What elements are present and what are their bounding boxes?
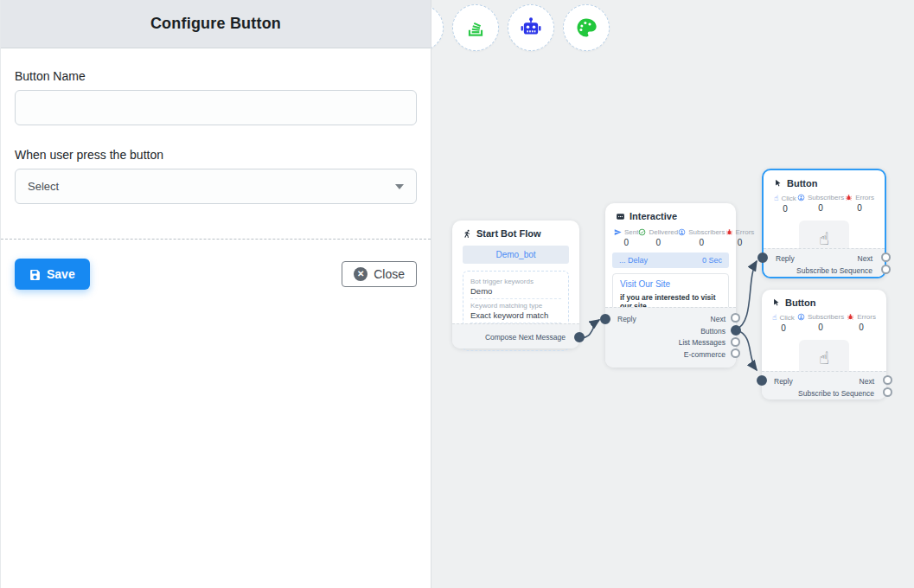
configure-button-panel: Configure Button Button Name When user p… (0, 0, 431, 588)
subscribers-icon (797, 194, 805, 201)
list-messages-label: List Messages (679, 338, 725, 347)
message-title: Visit Our Site (620, 279, 721, 289)
port-subscribe[interactable] (881, 265, 891, 274)
close-icon: ✕ (354, 267, 368, 281)
port-compose-next-message[interactable] (574, 332, 585, 342)
port-buttons[interactable] (731, 325, 741, 336)
port-next[interactable] (883, 375, 892, 385)
node-interactive[interactable]: Interactive Sent 0 Delivered 0 (605, 203, 736, 368)
robot-icon (519, 16, 543, 40)
node-title: Start Bot Flow (476, 228, 541, 239)
field-trigger-keywords: Bot trigger keywords Demo (470, 275, 561, 299)
toolbar-button-stack[interactable] (452, 4, 499, 51)
interactive-stats: Sent 0 Delivered 0 Subscribers (605, 225, 736, 247)
stat-subscribers: Subscribers 0 (678, 228, 725, 247)
stat-errors: Errors 0 (725, 228, 755, 247)
node-title: Button (785, 297, 815, 308)
click-icon: ☝ (774, 194, 778, 202)
ecommerce-label: E-commerce (684, 350, 725, 359)
button-name-input[interactable] (15, 90, 417, 125)
next-label: Next (858, 254, 872, 263)
next-label: Next (711, 315, 725, 323)
port-next[interactable] (881, 252, 891, 262)
bug-icon (725, 228, 733, 236)
toolbar-button-theme[interactable] (563, 4, 610, 51)
buttons-label: Buttons (700, 327, 725, 336)
bug-icon (847, 313, 854, 321)
subscribe-label: Subscribe to Sequence (796, 266, 872, 275)
reply-label: Reply (617, 315, 636, 323)
field-matching-type: Keyword matching type Exact keyword matc… (470, 299, 561, 323)
toolbar-button-bot[interactable] (508, 4, 554, 51)
close-button[interactable]: ✕ Close (342, 261, 417, 287)
subscribers-icon (797, 313, 805, 321)
page-title: Configure Button (150, 15, 281, 33)
port-ecommerce[interactable] (731, 348, 740, 358)
panel-body: Button Name When user press the button S… (1, 48, 431, 290)
divider (1, 239, 431, 240)
stat-errors: Errors 0 (845, 194, 874, 214)
click-icon: ☝ (772, 313, 777, 322)
compose-next-message-label: Compose Next Message (485, 333, 566, 342)
panel-header: Configure Button (1, 0, 431, 48)
chevron-down-icon (395, 184, 404, 189)
port-next[interactable] (731, 313, 740, 323)
reply-label: Reply (774, 377, 793, 386)
stat-click: ☝Click 0 (774, 194, 796, 214)
button-stats: ☝Click 0 Subscribers 0 Errors 0 (762, 311, 886, 333)
next-label: Next (860, 377, 874, 386)
toolbar-button-partial[interactable] (431, 4, 444, 51)
palette-icon (574, 16, 598, 40)
stat-errors: Errors 0 (847, 313, 876, 333)
node-button-top[interactable]: Button ☝Click 0 Subscribers 0 Errors (762, 169, 886, 278)
button-name-label: Button Name (15, 69, 417, 83)
reply-label: Reply (776, 254, 795, 263)
stat-click: ☝Click 0 (772, 313, 795, 333)
stat-sent: Sent 0 (614, 228, 638, 247)
node-start-bot-flow[interactable]: Start Bot Flow Demo_bot Bot trigger keyw… (452, 220, 579, 348)
node-button-bottom[interactable]: Button ☝Click 0 Subscribers 0 Errors (762, 290, 886, 399)
delay-row[interactable]: ... Delay 0 Sec (612, 252, 729, 268)
port-reply-in[interactable] (757, 375, 767, 386)
cursor-icon (772, 298, 781, 307)
flow-builder-app: Configure Button Button Name When user p… (0, 0, 914, 588)
cursor-icon (774, 179, 783, 188)
stat-subscribers: Subscribers 0 (797, 194, 844, 214)
stat-delivered: Delivered 0 (638, 228, 678, 247)
delay-label: ... Delay (619, 256, 648, 265)
bug-icon (845, 194, 853, 201)
stack-icon (464, 16, 487, 39)
interactive-icon (616, 212, 625, 221)
port-reply-in[interactable] (757, 252, 768, 263)
save-button[interactable]: Save (15, 259, 90, 290)
button-action-select[interactable]: Select (15, 169, 417, 204)
flow-canvas[interactable]: Start Bot Flow Demo_bot Bot trigger keyw… (431, 0, 914, 588)
press-button-label: When user press the button (15, 148, 417, 162)
subscribe-label: Subscribe to Sequence (798, 389, 874, 398)
button-stats: ☝Click 0 Subscribers 0 Errors 0 (764, 192, 885, 214)
port-list-messages[interactable] (731, 337, 740, 347)
send-icon (614, 228, 622, 236)
node-title: Interactive (630, 211, 677, 221)
bot-name-chip[interactable]: Demo_bot (463, 246, 569, 264)
port-reply-in[interactable] (600, 314, 610, 324)
node-title: Button (787, 178, 817, 189)
subscribers-icon (678, 228, 686, 236)
save-icon (29, 269, 41, 280)
panel-actions: Save ✕ Close (15, 259, 417, 290)
runner-icon (463, 229, 472, 239)
delay-value: 0 Sec (702, 256, 722, 265)
stat-subscribers: Subscribers 0 (797, 313, 844, 333)
check-circle-icon (638, 228, 646, 236)
port-subscribe[interactable] (883, 387, 892, 397)
select-value: Select (28, 180, 59, 193)
